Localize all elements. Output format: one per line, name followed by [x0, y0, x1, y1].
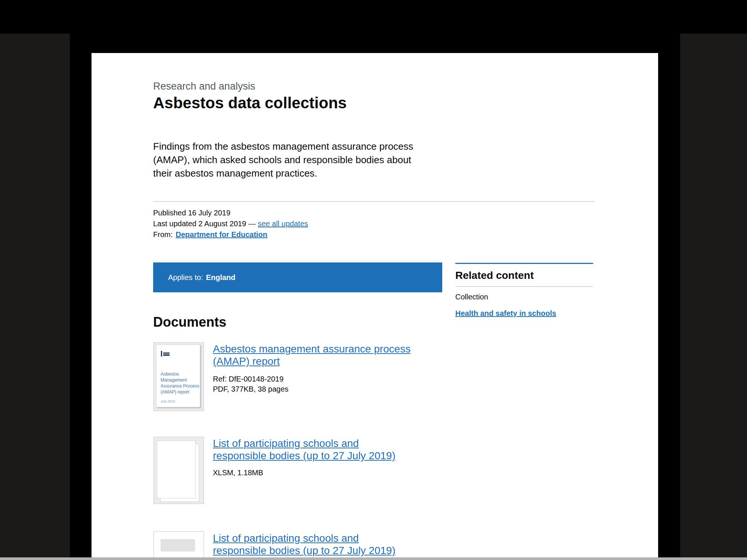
last-updated-line: Last updated 2 August 2019 — see all upd… [153, 218, 308, 229]
stacked-page-front [157, 441, 196, 498]
from-department-link[interactable]: Department for Education [176, 230, 267, 239]
lead-paragraph: Findings from the asbestos management as… [153, 140, 448, 180]
dfe-logo-wave [163, 352, 170, 356]
from-line: From:Department for Education [153, 229, 308, 240]
document-file-details: XLSM, 1.18MB [213, 469, 263, 477]
desktop-background-right [680, 34, 747, 557]
applies-to-label: Applies to: [168, 273, 203, 282]
desktop-background-left [0, 34, 70, 557]
metadata-block: Published 16 July 2019 Last updated 2 Au… [153, 208, 308, 240]
metadata-divider [153, 201, 595, 202]
see-all-updates-link[interactable]: see all updates [258, 220, 308, 228]
pdf-cover-date: July 2019 [161, 399, 175, 403]
documents-heading: Documents [153, 314, 226, 330]
last-updated-text: Last updated 2 August 2019 — [153, 220, 258, 228]
pdf-attachment-thumbnail[interactable]: Asbestos Management Assurance Process (A… [154, 342, 204, 411]
screen: Research and analysis Asbestos data coll… [0, 0, 747, 560]
dfe-logo-icon [161, 351, 170, 357]
document-link-schools-list-1[interactable]: List of participating schools and respon… [213, 437, 396, 462]
related-content-top-border [455, 263, 593, 264]
window-bottom-edge [0, 557, 747, 560]
related-content-kicker: Collection [455, 293, 488, 301]
page-caption: Research and analysis [153, 81, 255, 92]
applies-to-banner: Applies to: England [153, 262, 442, 292]
document-ref: Ref: DfE-00148-2019 [213, 375, 283, 383]
applies-to-value: England [206, 273, 235, 282]
page-title: Asbestos data collections [153, 94, 347, 112]
spreadsheet-attachment-thumbnail[interactable] [154, 437, 204, 504]
related-content-heading: Related content [455, 270, 534, 281]
related-content-divider [455, 286, 593, 287]
published-line: Published 16 July 2019 [153, 208, 308, 218]
spreadsheet-attachment-thumbnail-2[interactable] [154, 531, 204, 557]
document-link-amap-report[interactable]: Asbestos management assurance process (A… [213, 343, 410, 367]
pdf-cover-page: Asbestos Management Assurance Process (A… [156, 345, 200, 407]
browser-page: Research and analysis Asbestos data coll… [92, 53, 658, 557]
document-link-schools-list-2[interactable]: List of participating schools and respon… [213, 532, 396, 557]
dfe-logo-bar [161, 351, 162, 357]
pdf-cover-title: Asbestos Management Assurance Process (A… [161, 371, 199, 395]
document-file-details: PDF, 377KB, 38 pages [213, 385, 288, 393]
from-label: From: [153, 230, 173, 239]
spreadsheet-preview-block [161, 539, 195, 551]
related-content-link[interactable]: Health and safety in schools [455, 309, 556, 318]
